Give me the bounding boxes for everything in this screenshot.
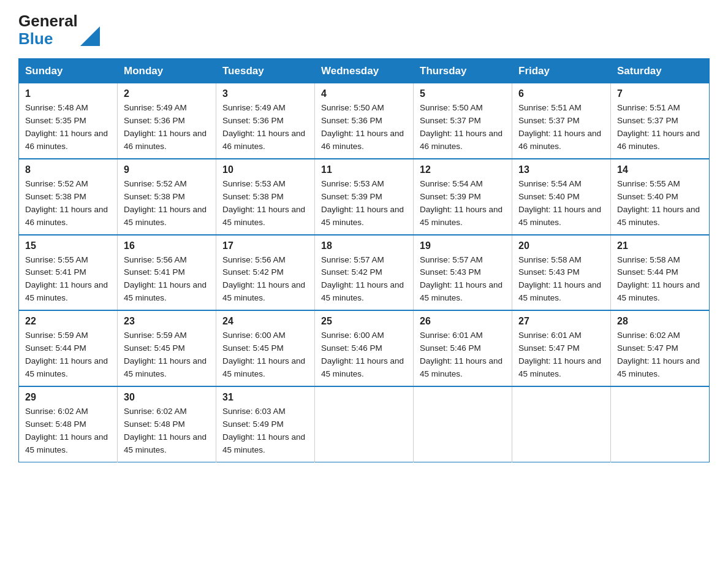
logo: General Blue (18, 12, 100, 47)
day-number: 25 (321, 316, 407, 327)
day-number: 20 (518, 240, 604, 251)
day-number: 11 (321, 164, 407, 175)
day-number: 27 (518, 316, 604, 327)
day-info: Sunrise: 5:57 AMSunset: 5:42 PMDaylight:… (321, 254, 407, 305)
day-number: 26 (420, 316, 506, 327)
calendar-cell: 18Sunrise: 5:57 AMSunset: 5:42 PMDayligh… (315, 235, 414, 311)
day-number: 29 (25, 392, 111, 403)
day-info: Sunrise: 5:59 AMSunset: 5:44 PMDaylight:… (25, 329, 111, 381)
day-number: 4 (321, 88, 407, 99)
calendar-cell: 6Sunrise: 5:51 AMSunset: 5:37 PMDaylight… (512, 83, 611, 159)
calendar-table: SundayMondayTuesdayWednesdayThursdayFrid… (18, 58, 710, 462)
day-info: Sunrise: 5:53 AMSunset: 5:39 PMDaylight:… (321, 178, 407, 229)
day-info: Sunrise: 5:49 AMSunset: 5:36 PMDaylight:… (222, 102, 308, 153)
weekday-header-saturday: Saturday (611, 59, 710, 84)
day-info: Sunrise: 5:50 AMSunset: 5:36 PMDaylight:… (321, 102, 407, 153)
weekday-header-monday: Monday (118, 59, 216, 84)
calendar-cell: 10Sunrise: 5:53 AMSunset: 5:38 PMDayligh… (216, 159, 315, 235)
day-info: Sunrise: 5:57 AMSunset: 5:43 PMDaylight:… (420, 254, 506, 305)
day-info: Sunrise: 6:02 AMSunset: 5:47 PMDaylight:… (617, 329, 703, 381)
day-info: Sunrise: 5:55 AMSunset: 5:40 PMDaylight:… (617, 178, 703, 229)
calendar-cell: 28Sunrise: 6:02 AMSunset: 5:47 PMDayligh… (611, 310, 710, 386)
day-info: Sunrise: 5:48 AMSunset: 5:35 PMDaylight:… (25, 102, 111, 153)
day-info: Sunrise: 5:54 AMSunset: 5:40 PMDaylight:… (518, 178, 604, 229)
calendar-cell: 27Sunrise: 6:01 AMSunset: 5:47 PMDayligh… (512, 310, 611, 386)
day-info: Sunrise: 6:01 AMSunset: 5:47 PMDaylight:… (518, 329, 604, 381)
day-info: Sunrise: 5:54 AMSunset: 5:39 PMDaylight:… (420, 178, 506, 229)
calendar-week-row: 22Sunrise: 5:59 AMSunset: 5:44 PMDayligh… (19, 310, 710, 386)
calendar-week-row: 8Sunrise: 5:52 AMSunset: 5:38 PMDaylight… (19, 159, 710, 235)
calendar-cell: 25Sunrise: 6:00 AMSunset: 5:46 PMDayligh… (315, 310, 414, 386)
day-info: Sunrise: 6:00 AMSunset: 5:46 PMDaylight:… (321, 329, 407, 381)
weekday-header-sunday: Sunday (19, 59, 118, 84)
calendar-cell: 22Sunrise: 5:59 AMSunset: 5:44 PMDayligh… (19, 310, 118, 386)
calendar-cell: 24Sunrise: 6:00 AMSunset: 5:45 PMDayligh… (216, 310, 315, 386)
calendar-cell: 26Sunrise: 6:01 AMSunset: 5:46 PMDayligh… (414, 310, 512, 386)
calendar-cell: 16Sunrise: 5:56 AMSunset: 5:41 PMDayligh… (118, 235, 216, 311)
day-info: Sunrise: 5:59 AMSunset: 5:45 PMDaylight:… (124, 329, 210, 381)
calendar-week-row: 29Sunrise: 6:02 AMSunset: 5:48 PMDayligh… (19, 386, 710, 462)
day-info: Sunrise: 6:03 AMSunset: 5:49 PMDaylight:… (222, 405, 308, 457)
calendar-cell: 19Sunrise: 5:57 AMSunset: 5:43 PMDayligh… (414, 235, 512, 311)
calendar-cell: 29Sunrise: 6:02 AMSunset: 5:48 PMDayligh… (19, 386, 118, 462)
day-info: Sunrise: 5:58 AMSunset: 5:43 PMDaylight:… (518, 254, 604, 305)
svg-marker-0 (80, 26, 100, 46)
day-info: Sunrise: 5:51 AMSunset: 5:37 PMDaylight:… (518, 102, 604, 153)
day-number: 16 (124, 240, 210, 251)
calendar-cell: 20Sunrise: 5:58 AMSunset: 5:43 PMDayligh… (512, 235, 611, 311)
calendar-cell (315, 386, 414, 462)
calendar-cell: 15Sunrise: 5:55 AMSunset: 5:41 PMDayligh… (19, 235, 118, 311)
day-info: Sunrise: 6:01 AMSunset: 5:46 PMDaylight:… (420, 329, 506, 381)
day-number: 10 (222, 164, 308, 175)
day-info: Sunrise: 5:52 AMSunset: 5:38 PMDaylight:… (124, 178, 210, 229)
day-number: 21 (617, 240, 703, 251)
calendar-cell: 7Sunrise: 5:51 AMSunset: 5:37 PMDaylight… (611, 83, 710, 159)
calendar-week-row: 15Sunrise: 5:55 AMSunset: 5:41 PMDayligh… (19, 235, 710, 311)
logo-icon (80, 26, 100, 46)
weekday-header-tuesday: Tuesday (216, 59, 315, 84)
day-info: Sunrise: 6:02 AMSunset: 5:48 PMDaylight:… (25, 405, 111, 457)
calendar-cell: 14Sunrise: 5:55 AMSunset: 5:40 PMDayligh… (611, 159, 710, 235)
day-info: Sunrise: 5:51 AMSunset: 5:37 PMDaylight:… (617, 102, 703, 153)
day-number: 24 (222, 316, 308, 327)
day-number: 13 (518, 164, 604, 175)
weekday-header-friday: Friday (512, 59, 611, 84)
day-number: 14 (617, 164, 703, 175)
day-number: 22 (25, 316, 111, 327)
calendar-cell (611, 386, 710, 462)
day-number: 12 (420, 164, 506, 175)
calendar-cell: 8Sunrise: 5:52 AMSunset: 5:38 PMDaylight… (19, 159, 118, 235)
calendar-cell: 31Sunrise: 6:03 AMSunset: 5:49 PMDayligh… (216, 386, 315, 462)
day-number: 19 (420, 240, 506, 251)
weekday-header-wednesday: Wednesday (315, 59, 414, 84)
day-number: 23 (124, 316, 210, 327)
calendar-cell: 5Sunrise: 5:50 AMSunset: 5:37 PMDaylight… (414, 83, 512, 159)
day-number: 5 (420, 88, 506, 99)
weekday-header-thursday: Thursday (414, 59, 512, 84)
day-number: 8 (25, 164, 111, 175)
calendar-cell: 1Sunrise: 5:48 AMSunset: 5:35 PMDaylight… (19, 83, 118, 159)
calendar-cell: 21Sunrise: 5:58 AMSunset: 5:44 PMDayligh… (611, 235, 710, 311)
calendar-cell: 11Sunrise: 5:53 AMSunset: 5:39 PMDayligh… (315, 159, 414, 235)
day-info: Sunrise: 6:02 AMSunset: 5:48 PMDaylight:… (124, 405, 210, 457)
calendar-cell: 2Sunrise: 5:49 AMSunset: 5:36 PMDaylight… (118, 83, 216, 159)
calendar-cell: 23Sunrise: 5:59 AMSunset: 5:45 PMDayligh… (118, 310, 216, 386)
day-number: 6 (518, 88, 604, 99)
calendar-header-row: SundayMondayTuesdayWednesdayThursdayFrid… (19, 59, 710, 84)
day-number: 15 (25, 240, 111, 251)
day-info: Sunrise: 5:58 AMSunset: 5:44 PMDaylight:… (617, 254, 703, 305)
day-number: 7 (617, 88, 703, 99)
logo-blue-text: Blue (18, 30, 78, 48)
day-number: 18 (321, 240, 407, 251)
day-info: Sunrise: 5:52 AMSunset: 5:38 PMDaylight:… (25, 178, 111, 229)
day-info: Sunrise: 5:56 AMSunset: 5:42 PMDaylight:… (222, 254, 308, 305)
day-number: 9 (124, 164, 210, 175)
day-number: 17 (222, 240, 308, 251)
calendar-cell: 12Sunrise: 5:54 AMSunset: 5:39 PMDayligh… (414, 159, 512, 235)
day-info: Sunrise: 5:55 AMSunset: 5:41 PMDaylight:… (25, 254, 111, 305)
calendar-cell: 17Sunrise: 5:56 AMSunset: 5:42 PMDayligh… (216, 235, 315, 311)
calendar-cell (414, 386, 512, 462)
day-number: 31 (222, 392, 308, 403)
day-info: Sunrise: 5:56 AMSunset: 5:41 PMDaylight:… (124, 254, 210, 305)
day-number: 3 (222, 88, 308, 99)
